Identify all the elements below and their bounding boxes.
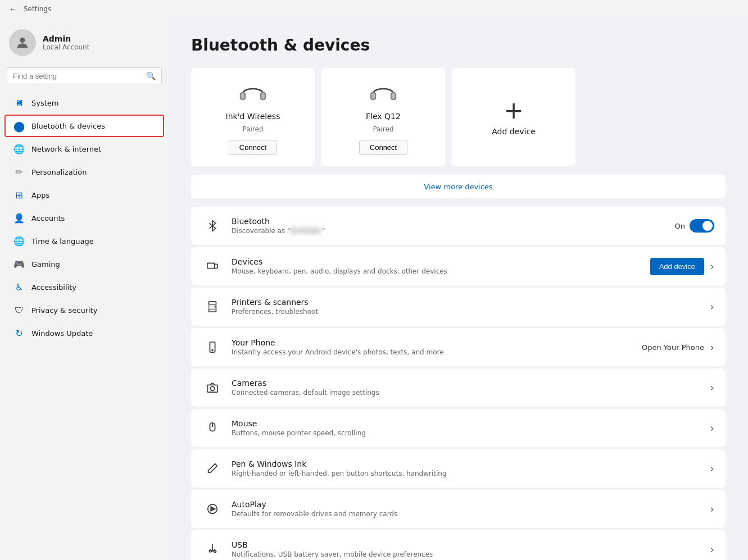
avatar (9, 29, 36, 56)
sidebar-item-personalization[interactable]: ✏Personalization (4, 161, 164, 183)
gaming-icon: 🎮 (13, 258, 25, 270)
app-title: Settings (24, 5, 51, 13)
app-layout: Admin Local Account 🔍 🖥System⬤Bluetooth … (0, 18, 748, 560)
apps-icon: ⊞ (13, 189, 25, 201)
user-info: Admin Local Account (43, 34, 89, 51)
page-title: Bluetooth & devices (191, 36, 726, 54)
bluetooth-title: Bluetooth (232, 217, 666, 226)
settings-row-mouse[interactable]: MouseButtons, mouse pointer speed, scrol… (191, 409, 726, 447)
accessibility-icon: ♿ (13, 281, 25, 293)
svg-point-18 (214, 550, 216, 553)
chevron-right-icon: › (710, 502, 714, 516)
chevron-right-icon: › (710, 259, 714, 273)
view-more-bar[interactable]: View more devices (191, 175, 726, 198)
printers-subtitle: Preferences, troubleshoot (232, 308, 701, 316)
device-name: Flex Q12 (366, 112, 401, 121)
printers-icon (202, 297, 223, 317)
sidebar-item-label-update: Windows Update (31, 329, 93, 338)
bluetooth-subtitle: Discoverable as "BLREDAC" (232, 227, 666, 235)
sidebar-item-accessibility[interactable]: ♿Accessibility (4, 276, 164, 298)
cameras-icon (202, 377, 223, 398)
view-more-link[interactable]: View more devices (424, 183, 492, 191)
sidebar-item-label-privacy: Privacy & security (31, 306, 97, 315)
devices-title: Devices (232, 257, 641, 266)
sidebar-item-apps[interactable]: ⊞Apps (4, 184, 164, 206)
mouse-title: Mouse (232, 419, 701, 428)
svg-point-0 (20, 38, 25, 43)
sidebar-item-accounts[interactable]: 👤Accounts (4, 207, 164, 229)
pen-subtitle: Right-handed or left-handed, pen button … (232, 470, 701, 477)
nav-container: 🖥System⬤Bluetooth & devices🌐Network & in… (0, 91, 169, 345)
open-your-phone-link[interactable]: Open Your Phone (642, 343, 704, 352)
sidebar-item-label-system: System (31, 99, 58, 107)
add-device-label: Add device (492, 127, 536, 136)
bluetooth-icon (202, 216, 223, 236)
privacy-icon: 🛡 (13, 304, 25, 316)
settings-row-autoplay[interactable]: AutoPlayDefaults for removable drives an… (191, 490, 726, 528)
sidebar-item-label-accounts: Accounts (31, 214, 65, 222)
time-icon: 🌐 (13, 235, 25, 247)
add-device-card[interactable]: + Add device (452, 68, 575, 166)
settings-row-pen[interactable]: Pen & Windows InkRight-handed or left-ha… (191, 449, 726, 488)
search-icon: 🔍 (146, 71, 156, 80)
headphone-icon (369, 79, 398, 107)
usb-icon (202, 539, 223, 559)
devices-icon (202, 256, 223, 276)
phone-subtitle: Instantly access your Android device's p… (232, 348, 633, 356)
user-profile[interactable]: Admin Local Account (0, 18, 169, 65)
user-name: Admin (43, 34, 89, 43)
device-status: Paired (373, 125, 393, 133)
headphone-icon (238, 79, 268, 107)
bluetooth-toggle[interactable] (690, 219, 714, 233)
discoverable-name: BLREDAC (291, 227, 322, 235)
usb-title: USB (232, 540, 701, 549)
connect-button-inkd[interactable]: Connect (229, 140, 277, 155)
settings-row-phone[interactable]: Your PhoneInstantly access your Android … (191, 328, 726, 366)
back-button[interactable]: ← (7, 3, 19, 15)
main-content: Bluetooth & devices Ink'd Wireless Paire… (169, 18, 748, 560)
device-status: Paired (242, 125, 263, 133)
connect-button-flex[interactable]: Connect (359, 140, 407, 155)
chevron-right-icon: › (710, 340, 714, 354)
settings-row-printers[interactable]: Printers & scannersPreferences, troubles… (191, 288, 726, 326)
sidebar-item-network[interactable]: 🌐Network & internet (4, 138, 164, 160)
update-icon: ↻ (13, 327, 25, 339)
svg-rect-5 (207, 263, 215, 268)
add-device-button[interactable]: Add device (650, 258, 704, 275)
device-card-inkd[interactable]: Ink'd Wireless Paired Connect (191, 68, 315, 166)
svg-rect-6 (215, 264, 218, 268)
settings-row-usb[interactable]: USBNotifications, USB battery saver, mob… (191, 530, 726, 560)
device-card-flex[interactable]: Flex Q12 Paired Connect (321, 68, 445, 166)
devices-subtitle: Mouse, keyboard, pen, audio, displays an… (232, 267, 641, 275)
settings-row-bluetooth[interactable]: BluetoothDiscoverable as "BLREDAC"On (191, 207, 726, 245)
autoplay-icon (202, 499, 223, 519)
system-icon: 🖥 (13, 97, 25, 108)
autoplay-title: AutoPlay (232, 500, 701, 509)
svg-rect-2 (261, 93, 265, 99)
usb-subtitle: Notifications, USB battery saver, mobile… (232, 550, 701, 558)
search-box[interactable]: 🔍 (7, 67, 162, 84)
sidebar-item-update[interactable]: ↻Windows Update (4, 322, 164, 344)
sidebar-item-time[interactable]: 🌐Time & language (4, 230, 164, 252)
phone-title: Your Phone (232, 338, 633, 347)
svg-rect-1 (241, 93, 245, 99)
cameras-subtitle: Connected cameras, default image setting… (232, 389, 701, 397)
sidebar-item-label-accessibility: Accessibility (31, 283, 76, 292)
svg-point-9 (215, 306, 216, 307)
settings-row-devices[interactable]: DevicesMouse, keyboard, pen, audio, disp… (191, 247, 726, 285)
autoplay-subtitle: Defaults for removable drives and memory… (232, 510, 701, 518)
user-role: Local Account (43, 43, 89, 51)
chevron-right-icon: › (710, 543, 714, 556)
search-input[interactable] (13, 72, 142, 80)
sidebar-item-system[interactable]: 🖥System (4, 92, 164, 114)
mouse-icon (202, 418, 223, 438)
sidebar-item-bluetooth[interactable]: ⬤Bluetooth & devices (4, 115, 164, 137)
sidebar-item-label-bluetooth: Bluetooth & devices (31, 122, 105, 130)
chevron-right-icon: › (710, 462, 714, 475)
add-icon: + (504, 99, 523, 122)
sidebar-item-gaming[interactable]: 🎮Gaming (4, 253, 164, 275)
sidebar-item-privacy[interactable]: 🛡Privacy & security (4, 299, 164, 321)
bluetooth-toggle-container: On (675, 219, 714, 233)
settings-row-cameras[interactable]: CamerasConnected cameras, default image … (191, 368, 726, 407)
svg-rect-4 (391, 93, 396, 99)
